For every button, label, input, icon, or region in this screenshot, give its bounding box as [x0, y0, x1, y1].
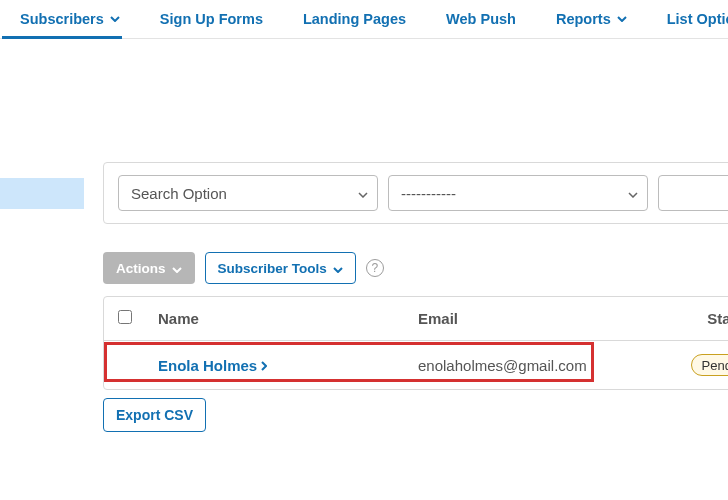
help-icon-label: ? [371, 261, 378, 275]
subscriber-email: enolaholmes@gmail.com [418, 357, 673, 374]
chevron-down-icon [172, 261, 182, 276]
status-badge: Pendin [691, 354, 728, 376]
filter-select-value: ----------- [401, 185, 456, 202]
export-csv-label: Export CSV [116, 407, 193, 423]
nav-subscribers[interactable]: Subscribers [2, 1, 122, 39]
nav-webpush-label: Web Push [446, 11, 516, 27]
nav-landing-label: Landing Pages [303, 11, 406, 27]
nav-signup[interactable]: Sign Up Forms [158, 0, 265, 38]
sidebar-active-highlight [0, 178, 84, 209]
nav-webpush[interactable]: Web Push [444, 0, 518, 38]
export-csv-button[interactable]: Export CSV [103, 398, 206, 432]
filter-select-wrap: ----------- [388, 175, 648, 211]
search-option-value: Search Option [131, 185, 227, 202]
export-wrap: Export CSV [103, 398, 206, 432]
nav-listoptions-label: List Option [667, 11, 728, 27]
nav-signup-label: Sign Up Forms [160, 11, 263, 27]
subscriber-name: Enola Holmes [158, 357, 257, 374]
nav-listoptions[interactable]: List Option [665, 0, 728, 38]
status-label: Pendin [702, 358, 728, 373]
table-header: Name Email Status [104, 297, 728, 341]
actions-button[interactable]: Actions [103, 252, 195, 284]
top-nav: Subscribers Sign Up Forms Landing Pages … [0, 0, 728, 39]
header-checkbox-cell [118, 310, 158, 327]
search-option-select[interactable]: Search Option [118, 175, 378, 211]
subscriber-tools-label: Subscriber Tools [218, 261, 327, 276]
table-row: Enola Holmes enolaholmes@gmail.com Pendi… [104, 341, 728, 389]
search-option-select-wrap: Search Option [118, 175, 378, 211]
header-status: Status [673, 310, 728, 327]
actions-label: Actions [116, 261, 166, 276]
search-input[interactable] [658, 175, 728, 211]
nav-reports-label: Reports [556, 11, 611, 27]
select-all-checkbox[interactable] [118, 310, 132, 324]
row-status-cell: Pendin [673, 354, 728, 376]
chevron-down-icon [110, 16, 120, 22]
header-name: Name [158, 310, 418, 327]
filter-select[interactable]: ----------- [388, 175, 648, 211]
row-name-cell: Enola Holmes [158, 357, 418, 374]
subscribers-table: Name Email Status Enola Holmes enolaholm… [103, 296, 728, 390]
nav-reports[interactable]: Reports [554, 0, 629, 38]
subscriber-name-link[interactable]: Enola Holmes [158, 357, 267, 374]
nav-subscribers-label: Subscribers [20, 11, 104, 27]
chevron-down-icon [617, 16, 627, 22]
chevron-down-icon [333, 261, 343, 276]
chevron-right-icon [261, 357, 267, 374]
nav-landing[interactable]: Landing Pages [301, 0, 408, 38]
header-email: Email [418, 310, 673, 327]
subscriber-tools-button[interactable]: Subscriber Tools [205, 252, 356, 284]
help-icon[interactable]: ? [366, 259, 384, 277]
filter-bar: Search Option ----------- [103, 162, 728, 224]
toolbar: Actions Subscriber Tools ? [103, 252, 384, 284]
